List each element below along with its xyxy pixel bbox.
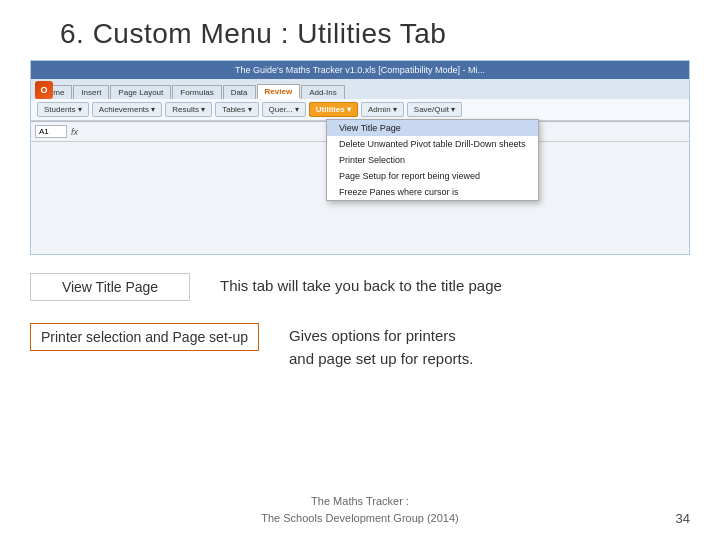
feature-description-viewtitle: This tab will take you back to the title… (220, 273, 502, 298)
toolbar-btn-achievements[interactable]: Achievements ▾ (92, 102, 162, 117)
ribbon-tab-insert[interactable]: Insert (73, 85, 109, 99)
dropdown-item-pagesetup[interactable]: Page Setup for report being viewed (327, 168, 538, 184)
footer-text: The Maths Tracker : The Schools Developm… (261, 493, 459, 526)
fx-label: fx (71, 127, 78, 137)
toolbar-btn-students[interactable]: Students ▾ (37, 102, 89, 117)
feature-label-printer: Printer selection and Page set-up (30, 323, 259, 351)
feature-item-printer: Printer selection and Page set-up Gives … (30, 323, 690, 370)
ribbon-tab-data[interactable]: Data (223, 85, 256, 99)
office-logo-icon: O (35, 81, 53, 99)
ribbon-tab-formulas[interactable]: Formulas (172, 85, 221, 99)
feature-description-printer: Gives options for printersand page set u… (289, 323, 473, 370)
toolbar-btn-results[interactable]: Results ▾ (165, 102, 212, 117)
ribbon-tab-review[interactable]: Review (257, 84, 301, 99)
toolbar-btn-utilities[interactable]: Utilities ▾ (309, 102, 358, 117)
screenshot-area: O The Guide's Maths Tracker v1.0.xls [Co… (30, 60, 690, 255)
ribbon-tabs: Home Insert Page Layout Formulas Data Re… (31, 79, 689, 99)
cell-ref: A1 (35, 125, 67, 138)
excel-mockup: O The Guide's Maths Tracker v1.0.xls [Co… (31, 61, 689, 254)
dropdown-item-printerselection[interactable]: Printer Selection (327, 152, 538, 168)
feature-item-viewtitle: View Title Page This tab will take you b… (30, 273, 690, 301)
ribbon-tab-addins[interactable]: Add-Ins (301, 85, 345, 99)
toolbar-btn-tables[interactable]: Tables ▾ (215, 102, 258, 117)
footer: The Maths Tracker : The Schools Developm… (0, 493, 720, 526)
dropdown-item-viewtitle[interactable]: View Title Page (327, 120, 538, 136)
toolbar-btn-savequit[interactable]: Save/Quit ▾ (407, 102, 462, 117)
excel-title-text: The Guide's Maths Tracker v1.0.xls [Comp… (37, 65, 683, 75)
dropdown-item-freezepanes[interactable]: Freeze Panes where cursor is (327, 184, 538, 200)
feature-label-viewtitle: View Title Page (30, 273, 190, 301)
excel-title-bar: O The Guide's Maths Tracker v1.0.xls [Co… (31, 61, 689, 79)
page-title: 6. Custom Menu : Utilities Tab (60, 18, 690, 50)
toolbar-btn-queries[interactable]: Quer... ▾ (262, 102, 306, 117)
footer-line2: The Schools Development Group (2014) (261, 512, 459, 524)
toolbar-btn-admin[interactable]: Admin ▾ (361, 102, 404, 117)
excel-ribbon: Home Insert Page Layout Formulas Data Re… (31, 79, 689, 122)
custom-toolbar-row: Students ▾ Achievements ▾ Results ▾ Tabl… (31, 99, 689, 121)
utilities-dropdown-menu: View Title Page Delete Unwanted Pivot ta… (326, 119, 539, 201)
page-number: 34 (676, 511, 690, 526)
dropdown-item-deletepivot[interactable]: Delete Unwanted Pivot table Drill-Down s… (327, 136, 538, 152)
page-header: 6. Custom Menu : Utilities Tab (0, 0, 720, 60)
ribbon-tab-pagelayout[interactable]: Page Layout (110, 85, 171, 99)
content-area: View Title Page This tab will take you b… (0, 255, 720, 370)
footer-line1: The Maths Tracker : (311, 495, 409, 507)
